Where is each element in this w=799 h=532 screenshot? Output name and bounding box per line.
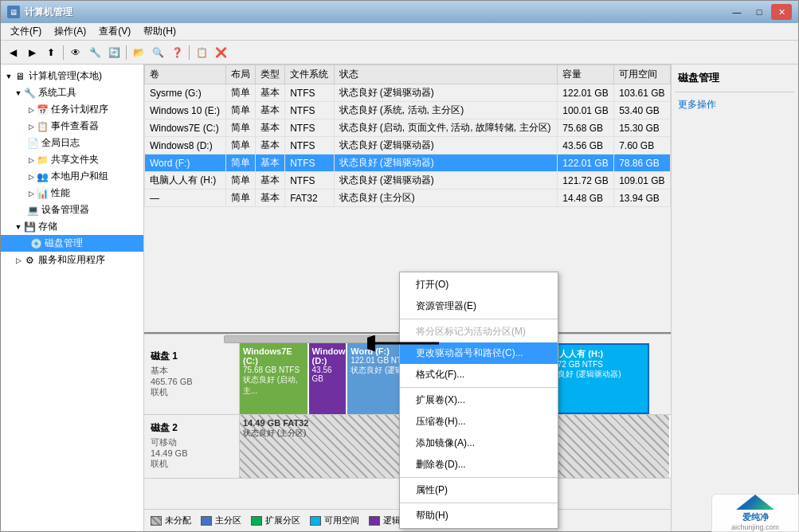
tree-storage-arrow[interactable]: ▼ <box>14 222 23 232</box>
col-type[interactable]: 类型 <box>255 65 284 84</box>
disk2-status: 联机 <box>151 458 233 470</box>
tree-root-label: 计算机管理(本地) <box>29 69 102 83</box>
up-button[interactable]: ⬆ <box>42 44 60 61</box>
tree-storage[interactable]: ▼ 💾 存储 <box>1 218 143 235</box>
disk1-partition-d[interactable]: Windows8 (D:) 43.56 GB <box>309 343 348 414</box>
tree-event-arrow[interactable]: ▷ <box>26 122 36 131</box>
disk1-partition-c[interactable]: Windows7E (C:) 75.68 GB NTFS 状态良好 (启动, 主… <box>240 343 309 414</box>
partition-d-label: Windows8 (D:) <box>312 346 343 366</box>
disk2-label: 磁盘 2 可移动 14.49 GB 联机 <box>144 415 240 478</box>
col-free[interactable]: 可用空间 <box>614 65 671 84</box>
partition-d-size: 43.56 GB <box>312 366 343 383</box>
tree-root-arrow[interactable]: ▼ <box>4 72 14 81</box>
back-button[interactable]: ◀ <box>4 44 22 61</box>
watermark-text: 爱纯净 <box>742 511 769 523</box>
ctx-delete[interactable]: 删除卷(D)... <box>400 454 558 475</box>
disk1-label: 磁盘 1 基本 465.76 GB 联机 <box>144 343 240 414</box>
ctx-help[interactable]: 帮助(H) <box>400 505 558 526</box>
menu-help[interactable]: 帮助(H) <box>137 23 182 40</box>
minimize-button[interactable]: — <box>727 4 747 20</box>
toolbar-separator-2 <box>126 45 127 60</box>
ctx-open[interactable]: 打开(O) <box>400 274 558 295</box>
tree-root[interactable]: ▼ 🖥 计算机管理(本地) <box>1 68 143 84</box>
tree-services[interactable]: ▷ ⚙ 服务和应用程序 <box>1 252 143 268</box>
watermark-subtext: aichunjing.com <box>731 523 779 531</box>
col-volume[interactable]: 卷 <box>145 65 226 84</box>
tree-users-label: 本地用户和组 <box>51 170 108 183</box>
ctx-format[interactable]: 格式化(F)... <box>400 364 558 385</box>
tree-performance[interactable]: ▷ 📊 性能 <box>1 185 143 201</box>
ctx-extend[interactable]: 扩展卷(X)... <box>400 389 558 411</box>
menu-file[interactable]: 文件(F) <box>4 23 48 40</box>
title-bar: 🖥 计算机管理 — □ ✕ <box>1 1 798 23</box>
table-row[interactable]: Sysrme (G:)简单基本NTFS状态良好 (逻辑驱动器)122.01 GB… <box>145 84 671 102</box>
action-more-link[interactable]: 更多操作 <box>675 96 795 114</box>
tree-services-icon: ⚙ <box>23 255 36 266</box>
tree-task-arrow[interactable]: ▷ <box>26 105 36 115</box>
legend-extended: 扩展分区 <box>251 514 300 526</box>
ctx-shrink[interactable]: 压缩卷(H)... <box>400 411 558 432</box>
legend-color-extended <box>251 516 262 526</box>
tree-system-tools[interactable]: ▼ 🔧 系统工具 <box>1 84 143 101</box>
menu-view[interactable]: 查看(V) <box>92 23 137 40</box>
tree-disk-label: 磁盘管理 <box>45 237 83 250</box>
new-button[interactable]: 📋 <box>193 44 210 61</box>
show-hide-button[interactable]: 👁 <box>67 44 84 61</box>
col-capacity[interactable]: 容量 <box>558 65 614 84</box>
window-title: 计算机管理 <box>25 6 72 19</box>
ctx-properties[interactable]: 属性(P) <box>400 479 558 501</box>
help-toolbar-button[interactable]: ❓ <box>168 44 186 61</box>
tree-device-label: 设备管理器 <box>41 203 89 217</box>
main-content: ▼ 🖥 计算机管理(本地) ▼ 🔧 系统工具 ▷ 📅 任务计划程序 ▷ 📋 事件… <box>1 65 798 531</box>
menu-action[interactable]: 操作(A) <box>48 23 92 40</box>
watermark: 爱纯净 aichunjing.com <box>711 494 799 532</box>
table-row[interactable]: Windows7E (C:)简单基本NTFS状态良好 (启动, 页面文件, 活动… <box>145 119 671 137</box>
ctx-change-drive[interactable]: 更改驱动器号和路径(C)... <box>400 342 558 364</box>
disk1-size: 465.76 GB <box>151 377 233 386</box>
maximize-button[interactable]: □ <box>749 4 770 20</box>
tree-task-icon: 📅 <box>36 104 49 115</box>
tree-shared-arrow[interactable]: ▷ <box>26 155 36 165</box>
table-row[interactable]: Windows 10 (E:)简单基本NTFS状态良好 (系统, 活动, 主分区… <box>145 102 671 119</box>
filter-button[interactable]: 🔍 <box>149 44 166 61</box>
tree-event-viewer[interactable]: ▷ 📋 事件查看器 <box>1 118 143 135</box>
disk1-status: 联机 <box>151 386 233 398</box>
window-icon: 🖥 <box>7 6 20 18</box>
tree-users-icon: 👥 <box>36 171 49 182</box>
ctx-mark-active: 将分区标记为活动分区(M) <box>400 321 558 342</box>
tree-shared-folders[interactable]: ▷ 📁 共享文件夹 <box>1 151 143 168</box>
tree-device-manager[interactable]: 💻 设备管理器 <box>1 201 143 218</box>
table-row[interactable]: Windows8 (D:)简单基本NTFS状态良好 (逻辑驱动器)43.56 G… <box>145 137 671 155</box>
partition-c-size: 75.68 GB NTFS <box>243 366 304 374</box>
legend-label-primary: 主分区 <box>215 514 241 526</box>
col-status[interactable]: 状态 <box>334 65 558 84</box>
tree-services-arrow[interactable]: ▷ <box>14 256 23 265</box>
tree-log-icon: 📄 <box>26 138 39 149</box>
properties-button[interactable]: 🔧 <box>86 44 104 61</box>
tree-local-users[interactable]: ▷ 👥 本地用户和组 <box>1 168 143 185</box>
refresh-button[interactable]: 🔄 <box>105 44 123 61</box>
tree-users-arrow[interactable]: ▷ <box>26 172 36 182</box>
tree-system-arrow[interactable]: ▼ <box>14 88 23 98</box>
delete-button[interactable]: ❌ <box>212 44 229 61</box>
tree-global-log[interactable]: 📄 全局日志 <box>1 135 143 151</box>
table-row[interactable]: 电脑人人有 (H:)简单基本NTFS状态良好 (逻辑驱动器)121.72 GB1… <box>145 172 671 190</box>
col-filesystem[interactable]: 文件系统 <box>285 65 334 84</box>
ctx-add-mirror[interactable]: 添加镜像(A)... <box>400 432 558 454</box>
table-row[interactable]: Word (F:)简单基本NTFS状态良好 (逻辑驱动器)122.01 GB78… <box>145 155 671 172</box>
ctx-explorer[interactable]: 资源管理器(E) <box>400 295 558 317</box>
tree-log-label: 全局日志 <box>41 136 80 150</box>
export-button[interactable]: 📂 <box>130 44 147 61</box>
disk-table: 卷 布局 类型 文件系统 状态 容量 可用空间 Sysrme (G:)简单基本N… <box>144 65 671 207</box>
tree-disk-management[interactable]: 💿 磁盘管理 <box>1 235 143 252</box>
action-panel-title: 磁盘管理 <box>675 68 795 92</box>
tree-perf-arrow[interactable]: ▷ <box>26 189 36 198</box>
legend-label-unallocated: 未分配 <box>165 514 191 526</box>
legend-unallocated: 未分配 <box>151 514 191 526</box>
tree-task-scheduler[interactable]: ▷ 📅 任务计划程序 <box>1 101 143 118</box>
forward-button[interactable]: ▶ <box>23 44 41 61</box>
tree-disk-icon: 💿 <box>29 238 42 249</box>
col-layout[interactable]: 布局 <box>225 65 255 84</box>
table-row[interactable]: —简单基本FAT32状态良好 (主分区)14.48 GB13.94 GB <box>145 190 671 207</box>
close-button[interactable]: ✕ <box>771 4 792 20</box>
